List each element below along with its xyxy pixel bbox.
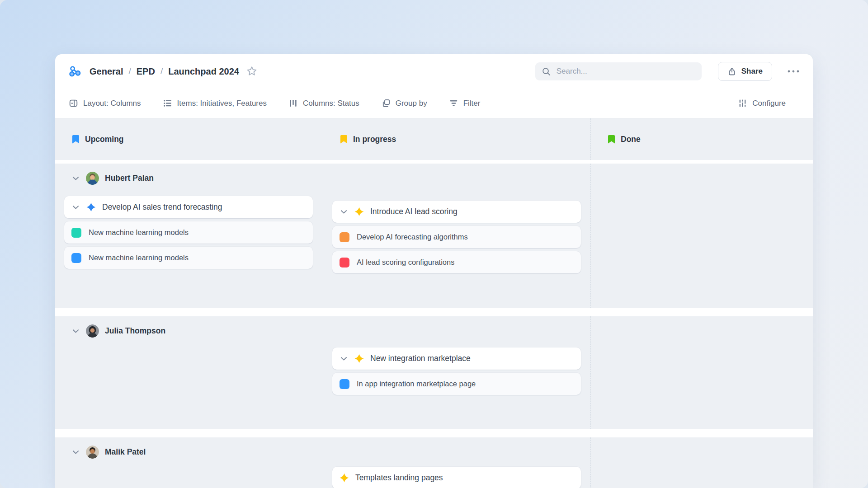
feature-card[interactable]: AI lead scoring configurations <box>332 251 581 273</box>
breadcrumb: General / EPD / Launchpad 2024 <box>90 66 239 77</box>
column-label: Done <box>621 135 641 144</box>
screenshot-background: General / EPD / Launchpad 2024 <box>0 0 868 488</box>
avatar <box>86 172 99 185</box>
ellipsis-icon <box>787 69 800 74</box>
share-button[interactable]: Share <box>718 62 772 81</box>
feature-card[interactable]: In app integration marketplace page <box>332 373 581 395</box>
productboard-logo-icon <box>69 66 83 78</box>
feature-card[interactable]: New machine learning models <box>64 247 313 269</box>
card-title: AI lead scoring configurations <box>357 258 454 267</box>
configure-label: Configure <box>752 99 786 108</box>
initiative-card[interactable]: Templates landing pages <box>332 467 581 488</box>
card-title: Templates landing pages <box>355 473 443 483</box>
initiative-sparkle-icon <box>354 207 364 216</box>
empty-column-cell <box>590 164 813 308</box>
search-box[interactable] <box>535 62 702 80</box>
group-section-malik-patel: Malik Patel Templates landing pages <box>55 437 813 488</box>
layout-selector[interactable]: Layout: Columns <box>69 99 141 108</box>
breadcrumb-item-general[interactable]: General <box>90 66 123 77</box>
chevron-down-icon[interactable] <box>71 327 80 335</box>
columns-status-icon <box>288 99 298 108</box>
items-selector[interactable]: Items: Initiatives, Features <box>163 99 267 108</box>
section-divider <box>55 308 813 316</box>
group-header[interactable]: Hubert Palan <box>55 164 323 185</box>
layout-columns-icon <box>69 99 78 108</box>
search-icon <box>542 67 551 76</box>
filter-icon <box>449 99 458 108</box>
group-by-label: Group by <box>396 99 427 108</box>
initiative-sparkle-icon <box>86 202 96 212</box>
kanban-board: Upcoming In progress Done <box>55 118 813 488</box>
bookmark-icon <box>72 135 79 144</box>
items-selector-label: Items: Initiatives, Features <box>177 99 267 108</box>
configure-sliders-icon <box>738 99 747 108</box>
feature-color-swatch <box>340 232 349 242</box>
group-by-button[interactable]: Group by <box>381 99 427 108</box>
share-label: Share <box>741 67 763 76</box>
group-section-hubert-palan: Hubert Palan Develop AI sales trend fore… <box>55 164 813 308</box>
items-list-icon <box>163 99 172 108</box>
favorite-star-icon[interactable] <box>246 66 257 77</box>
empty-column-cell <box>590 316 813 429</box>
section-divider <box>55 160 813 164</box>
empty-column-cell <box>590 437 813 488</box>
bookmark-icon <box>340 135 347 144</box>
chevron-down-icon[interactable] <box>340 354 348 363</box>
feature-color-swatch <box>340 379 349 389</box>
initiative-sparkle-icon <box>354 354 364 363</box>
chevron-down-icon[interactable] <box>71 174 80 183</box>
avatar <box>86 446 99 459</box>
layout-selector-label: Layout: Columns <box>83 99 141 108</box>
group-name: Julia Thompson <box>105 326 165 336</box>
title-bar: General / EPD / Launchpad 2024 <box>55 54 813 89</box>
bookmark-icon <box>608 135 615 144</box>
initiative-sparkle-icon <box>340 473 349 483</box>
breadcrumb-item-current[interactable]: Launchpad 2024 <box>168 66 239 77</box>
column-header-upcoming: Upcoming <box>55 118 323 160</box>
avatar <box>86 324 99 338</box>
chevron-down-icon[interactable] <box>71 203 80 211</box>
section-divider <box>55 429 813 437</box>
filter-button[interactable]: Filter <box>449 99 481 108</box>
feature-card[interactable]: Develop AI forecasting algorithms <box>332 226 581 248</box>
column-header-row: Upcoming In progress Done <box>55 118 813 160</box>
initiative-card[interactable]: Introduce AI lead scoring <box>332 201 581 223</box>
chevron-down-icon[interactable] <box>340 207 348 216</box>
card-title: New integration marketplace <box>370 354 471 363</box>
feature-color-swatch <box>71 253 81 263</box>
feature-color-swatch <box>340 258 349 267</box>
app-window: General / EPD / Launchpad 2024 <box>55 54 813 488</box>
columns-selector[interactable]: Columns: Status <box>288 99 359 108</box>
card-list: Develop AI sales trend forecasting New m… <box>64 196 313 269</box>
feature-card[interactable]: New machine learning models <box>64 221 313 244</box>
configure-button[interactable]: Configure <box>738 99 786 108</box>
group-name: Malik Patel <box>105 447 146 457</box>
columns-selector-label: Columns: Status <box>303 99 359 108</box>
column-label: In progress <box>353 135 396 144</box>
chevron-down-icon[interactable] <box>71 448 80 456</box>
search-input[interactable] <box>556 66 695 76</box>
card-title: New machine learning models <box>89 253 189 262</box>
group-section-julia-thompson: Julia Thompson New integration marketpla… <box>55 316 813 429</box>
feature-color-swatch <box>71 228 81 238</box>
share-icon <box>727 67 736 76</box>
group-name: Hubert Palan <box>105 174 154 183</box>
column-header-done: Done <box>591 118 813 160</box>
more-options-button[interactable] <box>784 66 803 76</box>
card-list: Templates landing pages <box>332 467 581 488</box>
card-list: Introduce AI lead scoring Develop AI for… <box>332 201 581 273</box>
card-title: Introduce AI lead scoring <box>370 207 458 216</box>
card-list: New integration marketplace In app integ… <box>332 347 581 395</box>
group-header[interactable]: Malik Patel <box>55 437 323 459</box>
breadcrumb-item-epd[interactable]: EPD <box>137 66 155 77</box>
view-toolbar: Layout: Columns Items: Initiatives, Feat… <box>55 89 813 118</box>
card-title: Develop AI sales trend forecasting <box>102 202 222 212</box>
card-title: New machine learning models <box>89 228 189 237</box>
group-header[interactable]: Julia Thompson <box>55 316 323 338</box>
filter-label: Filter <box>463 99 481 108</box>
breadcrumb-separator: / <box>128 66 131 76</box>
initiative-card[interactable]: Develop AI sales trend forecasting <box>64 196 313 218</box>
initiative-card[interactable]: New integration marketplace <box>332 347 581 370</box>
card-title: Develop AI forecasting algorithms <box>357 233 468 241</box>
column-label: Upcoming <box>85 135 124 144</box>
